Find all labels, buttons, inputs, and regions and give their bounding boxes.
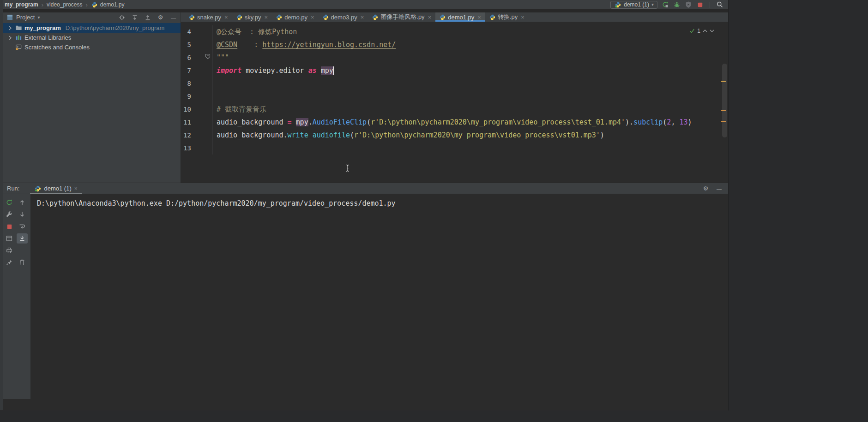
mouse-ibeam-cursor xyxy=(345,164,350,172)
clear-all-trash-icon[interactable] xyxy=(16,256,29,268)
tree-item-my-program[interactable]: my_program D:\python\pycharm2020\my_prog… xyxy=(0,23,181,33)
print-icon[interactable] xyxy=(3,244,16,256)
chevron-right-icon[interactable] xyxy=(8,26,13,30)
editor-tab[interactable]: 图像手绘风格.py × xyxy=(368,12,435,22)
run-body: D:\python\Anaconda3\python.exe D:/python… xyxy=(0,194,728,410)
breadcrumb-folder[interactable]: video_process xyxy=(47,1,82,8)
expand-all-icon[interactable] xyxy=(131,14,138,21)
editor-tab[interactable]: snake.py × xyxy=(185,12,232,22)
code-text: audio_background = mpy.AudioFileClip(r'D… xyxy=(212,118,692,126)
project-dropdown-icon[interactable]: ▾ xyxy=(37,15,40,20)
code-text: import moviepy.editor as mpy xyxy=(212,66,334,75)
python-config-icon xyxy=(614,1,621,8)
hide-run-panel-icon[interactable]: — xyxy=(716,185,723,192)
code-token: AudioFileClip xyxy=(313,118,367,126)
run-with-coverage-button[interactable] xyxy=(685,1,692,8)
locate-file-icon[interactable] xyxy=(118,14,125,21)
code-token: r'D:\python\pycharm2020\my_program\video… xyxy=(354,131,600,139)
tree-item-scratches[interactable]: Scratches and Consoles xyxy=(0,42,181,52)
code-token: : xyxy=(237,41,262,49)
code-area[interactable]: 4@公众号 : 修炼Python5@CSDN : https://yetingy… xyxy=(181,25,728,155)
tab-close-icon[interactable]: × xyxy=(361,14,364,21)
pin-icon[interactable] xyxy=(3,256,16,268)
python-file-icon xyxy=(276,14,282,20)
project-tree-panel: my_program D:\python\pycharm2020\my_prog… xyxy=(0,22,181,183)
editor-tab[interactable]: 转换.py × xyxy=(485,12,529,22)
tab-close-icon[interactable]: × xyxy=(311,14,314,21)
code-token: . xyxy=(308,118,313,126)
soft-wrap-icon[interactable] xyxy=(16,220,29,232)
debug-button[interactable] xyxy=(673,1,681,8)
gutter-fold-zone xyxy=(191,51,212,64)
collapse-all-icon[interactable] xyxy=(144,14,151,21)
tab-label: demo1.py xyxy=(448,14,474,21)
wrench-icon[interactable] xyxy=(3,208,16,220)
breadcrumb-project[interactable]: my_program xyxy=(5,1,38,8)
gutter-fold-zone xyxy=(191,90,212,103)
project-settings-gear-icon[interactable]: ⚙ xyxy=(157,14,164,21)
chevron-right-icon[interactable] xyxy=(8,36,13,40)
breadcrumb-filename: demo1.py xyxy=(100,1,125,8)
tab-close-icon[interactable]: × xyxy=(477,14,481,21)
hide-project-panel-icon[interactable]: — xyxy=(170,14,177,21)
run-configuration-select[interactable]: demo1 (1) ▾ xyxy=(610,1,657,9)
project-toolwindow-header: Project ▾ ⚙ — xyxy=(0,12,181,22)
chevron-up-icon[interactable] xyxy=(703,29,707,33)
tab-close-icon[interactable]: × xyxy=(428,14,432,21)
code-line[interactable]: 8 xyxy=(181,77,728,90)
editor-tab[interactable]: demo.py × xyxy=(272,12,318,22)
down-stack-icon[interactable] xyxy=(16,208,29,220)
rerun-button[interactable] xyxy=(662,1,669,8)
run-console[interactable]: D:\python\Anaconda3\python.exe D:/python… xyxy=(30,194,728,410)
tab-label: snake.py xyxy=(197,14,221,21)
folder-icon xyxy=(15,24,22,31)
tree-item-name: Scratches and Consoles xyxy=(24,44,90,51)
run-tab[interactable]: demo1 (1) × xyxy=(32,183,80,194)
gutter-fold-zone xyxy=(191,38,212,51)
scroll-to-end-icon[interactable] xyxy=(17,233,28,244)
code-token xyxy=(292,118,296,126)
rerun-icon[interactable] xyxy=(3,196,16,208)
editor-tab[interactable]: demo3.py × xyxy=(319,12,368,22)
code-line[interactable]: 11audio_background = mpy.AudioFileClip(r… xyxy=(181,116,728,129)
run-settings-gear-icon[interactable]: ⚙ xyxy=(702,185,709,192)
tree-item-path: D:\python\pycharm2020\my_program xyxy=(66,24,165,31)
stop-button[interactable] xyxy=(696,1,704,8)
tree-item-external-libraries[interactable]: External Libraries xyxy=(0,33,181,42)
editor-tab[interactable]: sky.py × xyxy=(232,12,272,22)
code-line[interactable]: 6""" xyxy=(181,51,728,64)
code-line[interactable]: 10# 截取背景音乐 xyxy=(181,103,728,116)
run-tab-label: demo1 (1) xyxy=(44,185,71,192)
code-line[interactable]: 4@公众号 : 修炼Python xyxy=(181,25,728,38)
code-token: # 截取背景音乐 xyxy=(217,105,266,113)
code-line[interactable]: 13 xyxy=(181,142,728,155)
tab-close-icon[interactable]: × xyxy=(224,14,228,21)
search-everywhere-icon[interactable] xyxy=(716,1,723,8)
code-line[interactable]: 9 xyxy=(181,90,728,103)
tab-close-icon[interactable]: × xyxy=(521,14,524,21)
titlebar-separator xyxy=(0,9,728,12)
python-file-icon xyxy=(189,14,195,20)
breadcrumb-file[interactable]: demo1.py xyxy=(91,1,125,8)
fold-marker-icon[interactable] xyxy=(205,53,211,59)
run-label: Run: xyxy=(7,185,19,192)
code-line[interactable]: 12audio_background.write_audiofile(r'D:\… xyxy=(181,129,728,142)
inspection-widget[interactable]: 1 xyxy=(689,28,714,34)
tab-close-icon[interactable]: × xyxy=(265,14,268,21)
line-number: 12 xyxy=(181,131,191,139)
chevron-down-icon[interactable] xyxy=(710,29,714,33)
toolwindow-stripe xyxy=(0,0,3,410)
restore-layout-icon[interactable] xyxy=(3,232,16,244)
navigation-bar: my_program › video_process › demo1.py de… xyxy=(0,0,728,9)
up-stack-icon[interactable] xyxy=(16,196,29,208)
code-line[interactable]: 5@CSDN : https://yetingyun.blog.csdn.net… xyxy=(181,38,728,51)
code-line[interactable]: 7import moviepy.editor as mpy xyxy=(181,64,728,77)
code-editor[interactable]: 4@公众号 : 修炼Python5@CSDN : https://yetingy… xyxy=(181,22,728,183)
stop-icon[interactable] xyxy=(3,220,16,232)
line-number: 6 xyxy=(181,54,191,61)
editor-scrollbar[interactable] xyxy=(722,64,727,137)
editor-tab[interactable]: demo1.py × xyxy=(435,12,485,22)
run-tab-close-icon[interactable]: × xyxy=(74,185,78,192)
project-panel-title[interactable]: Project xyxy=(16,14,35,21)
code-token: @CSDN xyxy=(217,41,237,49)
